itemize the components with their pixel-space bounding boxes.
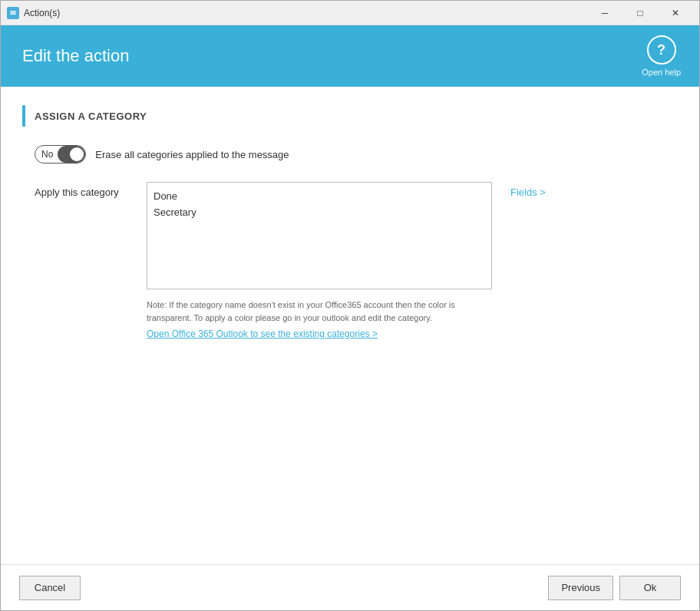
window-title: Action(s) [24, 8, 60, 18]
maximize-button[interactable]: □ [622, 1, 658, 25]
dialog-header: Edit the action ? Open help [1, 25, 699, 87]
content-area: ASSIGN A CATEGORY No Erase all categorie… [1, 87, 699, 564]
category-textarea[interactable]: Done Secretary [147, 182, 492, 289]
fields-link[interactable]: Fields > [510, 182, 546, 198]
toggle-no-label: No [35, 149, 58, 160]
category-note: Note: If the category name doesn't exist… [147, 299, 492, 324]
window-controls: ─ □ ✕ [587, 1, 693, 25]
close-button[interactable]: ✕ [658, 1, 693, 25]
category-input-area: Done Secretary Note: If the category nam… [147, 182, 492, 339]
apply-category-label: Apply this category [35, 182, 134, 198]
section-header: ASSIGN A CATEGORY [22, 105, 678, 127]
title-bar-left: ✉ Action(s) [7, 7, 60, 19]
minimize-button[interactable]: ─ [587, 1, 622, 25]
help-label: Open help [642, 68, 681, 77]
category-row: Apply this category Done Secretary Note:… [35, 182, 678, 339]
app-icon: ✉ [7, 7, 19, 19]
toggle-knob [70, 147, 84, 161]
erase-categories-row: No Erase all categories applied to the m… [35, 145, 678, 163]
section-border-accent [22, 105, 25, 127]
footer-right: Previous Ok [548, 576, 681, 600]
ok-button[interactable]: Ok [619, 576, 681, 600]
toggle-switch[interactable] [58, 146, 85, 163]
toggle-description: Erase all categories applied to the mess… [95, 149, 289, 160]
main-window: ✉ Action(s) ─ □ ✕ Edit the action ? Open… [0, 0, 700, 611]
section-title: ASSIGN A CATEGORY [35, 111, 147, 122]
toggle-control[interactable]: No [35, 145, 86, 163]
title-bar: ✉ Action(s) ─ □ ✕ [1, 1, 699, 25]
open-help-button[interactable]: ? Open help [642, 35, 681, 77]
help-icon: ? [647, 35, 676, 64]
footer-left: Cancel [19, 576, 81, 600]
cancel-button[interactable]: Cancel [19, 576, 81, 600]
open-outlook-link[interactable]: Open Office 365 Outlook to see the exist… [147, 329, 492, 339]
dialog-footer: Cancel Previous Ok [1, 564, 699, 610]
previous-button[interactable]: Previous [548, 576, 613, 600]
dialog-title: Edit the action [22, 46, 129, 66]
